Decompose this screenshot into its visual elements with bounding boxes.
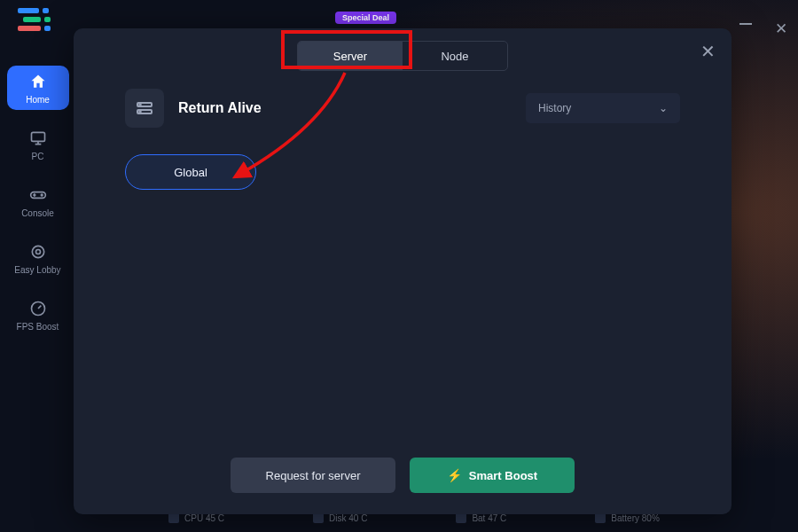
- server-option-global[interactable]: Global: [125, 154, 256, 190]
- bolt-icon: ⚡: [447, 468, 462, 482]
- game-icon: [125, 89, 164, 128]
- app-logo: [18, 8, 53, 35]
- smart-boost-button[interactable]: ⚡ Smart Boost: [410, 458, 575, 493]
- monitor-icon: [29, 129, 47, 147]
- history-dropdown-label: History: [538, 102, 571, 114]
- request-server-button[interactable]: Request for server: [231, 458, 395, 493]
- sidebar-item-easy-lobby[interactable]: Easy Lobby: [7, 236, 69, 280]
- history-dropdown[interactable]: History ⌄: [526, 93, 680, 123]
- sidebar-item-label: Console: [21, 208, 54, 218]
- window-controls: ✕: [739, 20, 787, 38]
- game-header-row: Return Alive History ⌄: [93, 89, 712, 128]
- sidebar-item-home[interactable]: Home: [7, 66, 69, 110]
- sidebar: Home PC Console Easy Lobby FPS Boost: [0, 66, 75, 337]
- svg-rect-0: [31, 132, 44, 141]
- server-modal: ✕ Server Node Return Alive History ⌄ Glo…: [74, 28, 732, 514]
- sidebar-item-pc[interactable]: PC: [7, 122, 69, 167]
- server-options: Global: [93, 154, 712, 190]
- svg-point-2: [41, 194, 43, 196]
- sidebar-item-label: FPS Boost: [17, 322, 59, 332]
- game-header-left: Return Alive: [125, 89, 262, 128]
- svg-point-3: [32, 246, 43, 257]
- home-icon: [29, 73, 47, 90]
- modal-footer: Request for server ⚡ Smart Boost: [74, 458, 732, 493]
- sidebar-item-label: Home: [26, 95, 50, 105]
- target-icon: [29, 243, 47, 261]
- gauge-icon: [29, 300, 47, 317]
- tab-server[interactable]: Server: [298, 42, 403, 70]
- sidebar-item-console[interactable]: Console: [7, 179, 69, 223]
- sidebar-item-fps-boost[interactable]: FPS Boost: [7, 293, 69, 337]
- close-icon[interactable]: ✕: [700, 41, 716, 62]
- special-deal-badge[interactable]: Special Deal: [335, 12, 396, 24]
- svg-point-4: [35, 250, 40, 254]
- tabs-row: Server Node: [93, 41, 712, 71]
- smart-boost-label: Smart Boost: [469, 469, 537, 482]
- window-close-icon[interactable]: ✕: [775, 20, 787, 38]
- chevron-down-icon: ⌄: [659, 102, 668, 114]
- game-title: Return Alive: [178, 100, 262, 116]
- sidebar-item-label: PC: [32, 152, 44, 161]
- tabs: Server Node: [297, 41, 508, 71]
- svg-point-8: [139, 104, 141, 106]
- console-icon: [29, 186, 47, 204]
- tab-node[interactable]: Node: [403, 42, 507, 70]
- svg-point-9: [139, 111, 141, 113]
- sidebar-item-label: Easy Lobby: [14, 265, 60, 275]
- window-minimize-icon[interactable]: [739, 23, 752, 25]
